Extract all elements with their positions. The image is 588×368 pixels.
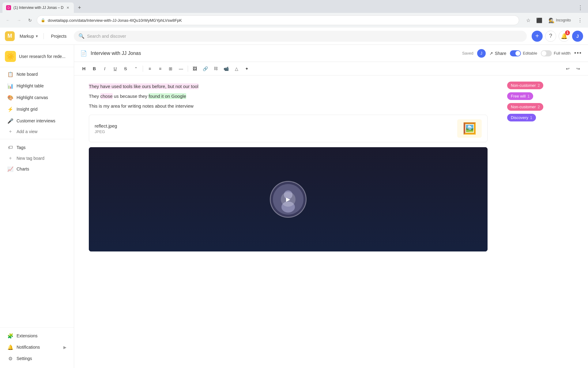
help-button[interactable]: ?: [545, 31, 556, 42]
extensions-button[interactable]: ⬛: [535, 16, 544, 25]
address-bar[interactable]: 🔒 dovetailapp.com/data/Interview-with-JJ…: [37, 15, 519, 25]
editable-toggle-row: Editable: [510, 50, 537, 56]
chrome-menu-button[interactable]: ⋮: [576, 16, 584, 25]
customer-interviews-icon: 🎤: [7, 118, 13, 124]
underline-button[interactable]: U: [110, 64, 120, 74]
new-tab-button[interactable]: +: [75, 3, 84, 12]
text-line-2: They chose us because they found it on G…: [89, 93, 488, 100]
add-view-icon: +: [7, 129, 13, 134]
reload-button[interactable]: ↻: [26, 16, 34, 25]
editor-content[interactable]: They have used tools like ours before, b…: [74, 75, 502, 368]
sidebar-item-customer-interviews[interactable]: 🎤 Customer interviews: [2, 115, 71, 126]
browser-tab[interactable]: D (1) Interview with JJ Jonas – D ✕: [2, 2, 74, 13]
link-button[interactable]: 🔗: [200, 64, 210, 74]
sidebar-item-note-board[interactable]: 📋 Note board: [2, 69, 71, 80]
more-options-button[interactable]: •••: [574, 50, 582, 56]
project-icon: ☀️: [5, 51, 16, 62]
sidebar-item-charts[interactable]: 📈 Charts: [2, 163, 71, 174]
browser-menu-button[interactable]: ⋮: [575, 3, 586, 12]
tag-count-2: 1: [527, 94, 530, 98]
horizontal-rule-button[interactable]: —: [176, 64, 186, 74]
ordered-list-button[interactable]: ≡: [155, 64, 165, 74]
tag-discovery[interactable]: Discovery 1: [507, 114, 536, 121]
browser-chrome: D (1) Interview with JJ Jonas – D ✕ + ⋮ …: [0, 0, 588, 28]
insight-grid-icon: ⚡: [7, 106, 13, 112]
doc-user-avatar[interactable]: J: [477, 49, 486, 58]
undo-button[interactable]: ↩: [563, 64, 573, 74]
notifications-item[interactable]: 🔔 Notifications ▶: [2, 342, 71, 353]
redo-button[interactable]: ↪: [573, 64, 583, 74]
user-avatar[interactable]: J: [572, 31, 583, 42]
strikethrough-button[interactable]: S: [121, 64, 130, 74]
add-button[interactable]: +: [532, 31, 543, 42]
sidebar-item-highlight-table[interactable]: 📊 Highlight table: [2, 80, 71, 91]
app-header: M Markup ▼ Projects 🔍 Search and discove…: [0, 28, 588, 45]
share-button[interactable]: ↗ Share: [489, 51, 506, 56]
shape-button[interactable]: △: [232, 64, 241, 74]
saved-badge: Saved: [462, 51, 473, 56]
blockquote-button[interactable]: ": [131, 64, 141, 74]
full-width-toggle[interactable]: [541, 50, 552, 56]
video-button[interactable]: 📹: [221, 64, 231, 74]
text-line-3: This is my area for writing notes about …: [89, 102, 488, 110]
tags-panel: Non-customer 2 Free will 1 Non-customer …: [502, 75, 588, 368]
tag-non-customer-1[interactable]: Non-customer 2: [507, 82, 543, 89]
incognito-icon: 🕵: [548, 17, 555, 23]
editable-toggle[interactable]: [510, 50, 521, 56]
search-bar[interactable]: 🔍 Search and discover: [74, 31, 527, 42]
highlight-canvas-icon: 🎨: [7, 94, 13, 101]
video-container[interactable]: ▶: [89, 147, 488, 251]
header-divider: [43, 33, 44, 39]
add-view-button[interactable]: + Add a view: [2, 127, 71, 136]
sidebar-item-insight-grid[interactable]: ⚡ Insight grid: [2, 104, 71, 115]
embed-link-button[interactable]: ⛓: [211, 64, 221, 74]
notifications-button[interactable]: 🔔 1: [559, 31, 570, 42]
highlighted-found: found it on Google: [149, 93, 186, 99]
sidebar-item-settings[interactable]: ⚙ Settings: [2, 353, 71, 364]
sidebar-divider-1: [0, 67, 74, 67]
projects-button[interactable]: Projects: [49, 33, 69, 40]
editable-label: Editable: [523, 51, 537, 56]
table-button[interactable]: ⊞: [166, 64, 175, 74]
highlight-canvas-label: Highlight canvas: [17, 95, 66, 100]
workspace-badge[interactable]: M: [5, 31, 15, 41]
insight-grid-label: Insight grid: [17, 107, 66, 112]
workspace-name[interactable]: Markup ▼: [20, 34, 39, 39]
project-header[interactable]: ☀️ User research for rede...: [0, 48, 74, 66]
special-button[interactable]: ✦: [242, 64, 252, 74]
tag-label-4: Discovery: [511, 115, 528, 120]
sidebar-item-extensions[interactable]: 🧩 Extensions: [2, 330, 71, 341]
toolbar-divider-1: [143, 66, 143, 72]
heading-button[interactable]: H: [79, 64, 89, 74]
highlight-table-icon: 📊: [7, 83, 13, 89]
sidebar-item-highlight-canvas[interactable]: 🎨 Highlight canvas: [2, 92, 71, 103]
tag-non-customer-2[interactable]: Non-customer 2: [507, 103, 543, 111]
extensions-icon: 🧩: [7, 333, 13, 339]
play-button[interactable]: ▶: [281, 192, 296, 207]
sidebar-bottom: 🧩 Extensions 🔔 Notifications ▶ ⚙ Setting…: [0, 327, 74, 364]
doc-icon: 📄: [80, 50, 87, 57]
forward-button[interactable]: →: [15, 16, 23, 25]
charts-label: Charts: [17, 167, 66, 171]
content-area: 📄 Interview with JJ Jonas Saved J ↗ Shar…: [74, 45, 588, 368]
browser-tab-bar: D (1) Interview with JJ Jonas – D ✕ + ⋮: [0, 0, 588, 13]
file-type: JPEG: [95, 129, 117, 134]
notification-badge: 1: [565, 30, 570, 35]
tab-title: (1) Interview with JJ Jonas – D: [13, 6, 63, 10]
tab-close-button[interactable]: ✕: [65, 5, 70, 10]
bookmark-button[interactable]: ☆: [524, 16, 533, 25]
new-tag-board-button[interactable]: + New tag board: [2, 154, 71, 163]
bullet-list-button[interactable]: ≡: [145, 64, 155, 74]
bold-button[interactable]: B: [89, 64, 99, 74]
italic-button[interactable]: I: [100, 64, 110, 74]
back-button[interactable]: ←: [4, 16, 12, 25]
image-button[interactable]: 🖼: [190, 64, 200, 74]
new-tag-board-label: New tag board: [17, 156, 44, 161]
notifications-label: Notifications: [17, 345, 40, 350]
notifications-icon: 🔔: [7, 344, 13, 350]
sidebar-item-tags[interactable]: 🏷 Tags: [2, 142, 71, 153]
share-label: Share: [495, 51, 506, 56]
tag-free-will[interactable]: Free will 1: [507, 92, 533, 100]
doc-title: Interview with JJ Jonas: [91, 51, 458, 56]
customer-interviews-label: Customer interviews: [17, 118, 66, 123]
